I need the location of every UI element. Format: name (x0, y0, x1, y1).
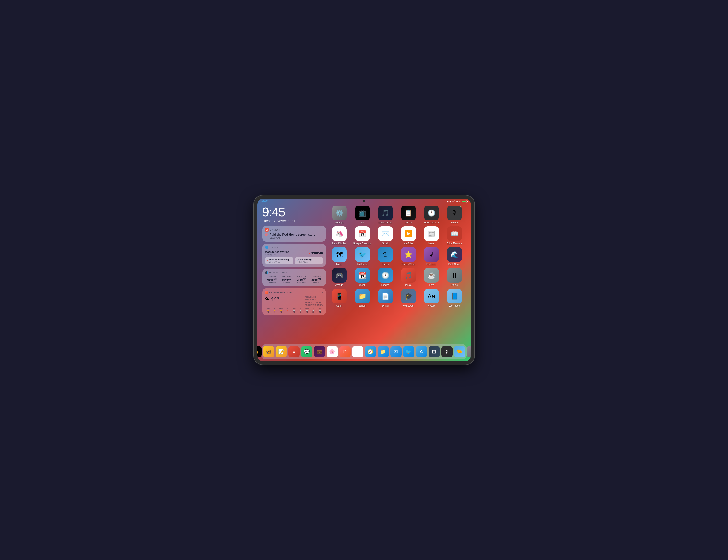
dock-icon-glyph: 💬 (304, 349, 310, 355)
app-icon-maps[interactable]: 🗺 Maps (330, 247, 349, 266)
app-icon-bible-memory[interactable]: 📖 Bible Memory (445, 227, 464, 245)
hour-label: 1 (298, 308, 303, 309)
app-icon-glyph: 🦄 (335, 230, 343, 238)
ipad-frame: AT&T ▮▮▮ wifi 96% 9:45 Tuesday, November… (254, 195, 474, 365)
dock-icon-calendar[interactable]: 19 (352, 346, 363, 357)
app-icon-img: ⚙️ (332, 206, 347, 220)
app-icon-syllabi[interactable]: 📄 Syllabi (376, 289, 395, 307)
dock-icon-files[interactable]: 📁 (378, 346, 389, 357)
timery-widget: TIMERY MacStories Writing Writing Time ●… (262, 244, 326, 267)
timery-red-dot: ● (309, 252, 310, 254)
app-icon-arcade[interactable]: 🎮 Arcade (330, 268, 349, 286)
dock-icon-app-store[interactable]: A (416, 346, 427, 357)
app-icon-pause[interactable]: ⏸ Pause (445, 268, 464, 286)
timery-btn1[interactable]: ● MacStories Writing Writing Time (265, 257, 293, 264)
app-icon-glyph: 🎓 (405, 292, 412, 300)
dock-icon-twitterrific[interactable]: 🐤 (454, 346, 465, 357)
weather-temp-value: 44° (271, 296, 279, 302)
app-icon-vocab[interactable]: Aa Vocab (422, 289, 441, 307)
dock-icon-glyph: 🦋 (265, 349, 272, 355)
app-icon-podcasts[interactable]: 🎙 Podcasts (422, 247, 441, 266)
app-icon-glyph: 🎵 (382, 209, 389, 217)
hour-temp: 43 (291, 311, 297, 313)
clock-city: California (265, 282, 279, 284)
clock-cell-new york: TUESDAY 9:45AM New York (295, 276, 308, 284)
dock-icon-tes[interactable]: 🦋 (263, 346, 274, 357)
app-icon-img: 📘 (447, 289, 462, 303)
app-icon-school[interactable]: 📁 School (353, 289, 372, 307)
app-icon-gmail[interactable]: ✉️ Gmail (376, 227, 395, 245)
hour-temp: 49 (278, 311, 284, 313)
hour-item-0: 10AM 45 (265, 308, 271, 313)
app-icon-glyph: 📺 (358, 209, 366, 217)
app-icon-news[interactable]: 📰 News (422, 227, 441, 245)
dock-icon-whisper[interactable]: 🎙 (441, 346, 453, 357)
dock-icon-twitter[interactable]: 🐦 (403, 346, 414, 357)
app-icon-settings[interactable]: ⚙️ Settings (330, 206, 349, 224)
app-icon-img: ▶️ (401, 227, 416, 241)
clock-city: Rome (309, 282, 323, 284)
app-icon-homework[interactable]: 🎓 Homework (399, 289, 418, 307)
weather-top-row: 🌥 44° FEELS LIKE 44° WIND 0 MPH HIGH 50°… (265, 296, 323, 307)
app-icon-ferrite[interactable]: 🎙 Ferrite (445, 206, 464, 224)
dock-icon-taskheat[interactable]: ≡ (288, 346, 300, 357)
app-icon-tv[interactable]: 📺 TV (353, 206, 372, 224)
timery-btn1-label: MacStories Writing (269, 259, 289, 261)
app-icon-img: 🦄 (332, 227, 347, 241)
app-name-label: Bible Memory (447, 242, 462, 245)
app-icon-google-calendar[interactable]: 📅 Google Calendar (353, 227, 372, 245)
dock-icon-notes[interactable]: 📝 (276, 346, 287, 357)
dock-icon-glyph: 📝 (278, 349, 284, 355)
dock-icon-settings[interactable]: ⚙ (467, 346, 471, 357)
app-icon-logged[interactable]: 🕐 Logged (376, 268, 395, 286)
app-icon-week[interactable]: 📆 Week (353, 268, 372, 286)
app-icon-glyph: 🎙 (451, 209, 458, 217)
app-row-0: ⚙️ Settings 📺 TV 🎵 MusicHarbor 📋 GIPHY (330, 206, 468, 224)
clock-city: New York (295, 282, 308, 284)
app-icon-luna-display[interactable]: 🦄 Luna Display (330, 227, 349, 245)
app-icon-other[interactable]: 📱 Other (330, 289, 349, 307)
app-icon-play[interactable]: ☕ Play (422, 268, 441, 286)
dock-icon-messages[interactable]: 💬 (301, 346, 312, 357)
app-icon-glyph: 📱 (335, 292, 343, 300)
app-icon-img: 🌊 (447, 247, 462, 262)
clock-time-value: 6:45AM (265, 278, 279, 282)
notification-badge (368, 247, 370, 249)
app-name-label: Twitterrific (357, 263, 368, 266)
app-icon-timery[interactable]: ⏱ Timery (376, 247, 395, 266)
dock-icon-glyph: 19 (356, 350, 359, 354)
app-icon-glyph: ⚙️ (335, 209, 343, 217)
hour-label: 10AM (317, 308, 323, 309)
app-icon-when-did-i...?[interactable]: 🕐 When Did I...? (422, 206, 441, 224)
dock-icon-photos[interactable]: 🌸 (327, 346, 338, 357)
dock-icon-touch-id[interactable]: 👆 (257, 346, 262, 357)
dock-icon-mail[interactable]: ✉ (390, 346, 402, 357)
app-icon-giphy[interactable]: 📋 GIPHY (399, 206, 418, 224)
app-icon-twitterrific[interactable]: 🐦 Twitterrific (353, 247, 372, 266)
weather-details-col: FEELS LIKE 44° WIND 0 MPH HIGH 50° LOW 3… (305, 296, 323, 307)
weather-precip: PRECIPITATION 0% (305, 304, 323, 306)
app-name-label: School (358, 304, 366, 307)
app-icon-dark-noise[interactable]: 🌊 Dark Noise (445, 247, 464, 266)
dock-icon-glyph: 👆 (257, 349, 259, 355)
app-icon-itunes-store[interactable]: ⭐ iTunes Store (399, 247, 418, 266)
dock-icon-safari[interactable]: 🧭 (365, 346, 376, 357)
app-name-label: Workbook (449, 304, 460, 307)
signal-icon: ▮▮▮ (447, 200, 451, 203)
timery-btn2[interactable]: ● Club Writing Club Timer (295, 257, 323, 264)
hour-temp: 40 (304, 311, 310, 313)
app-icon-workbook[interactable]: 📘 Workbook (445, 289, 464, 307)
app-icon-music[interactable]: 🎵 Music (399, 268, 418, 286)
app-icon-youtube[interactable]: ▶️ YouTube (399, 227, 418, 245)
app-icon-musicharbor[interactable]: 🎵 MusicHarbor (376, 206, 395, 224)
dock-icon-grid[interactable]: ⊞ (429, 346, 440, 357)
dock-icon-reminders[interactable]: 🗒 (339, 346, 351, 357)
hour-label: 7 (310, 308, 316, 309)
upnext-dot (265, 234, 268, 236)
timery-main-time: ● 3:00:48 (309, 251, 323, 255)
dock-icon-slack[interactable]: 💼 (314, 346, 325, 357)
clock-day: TUESDAY (265, 276, 279, 278)
hour-item-4: 10PM 43 (291, 308, 297, 313)
app-name-label: TV (361, 221, 364, 224)
app-icon-img: 🎵 (401, 268, 416, 283)
